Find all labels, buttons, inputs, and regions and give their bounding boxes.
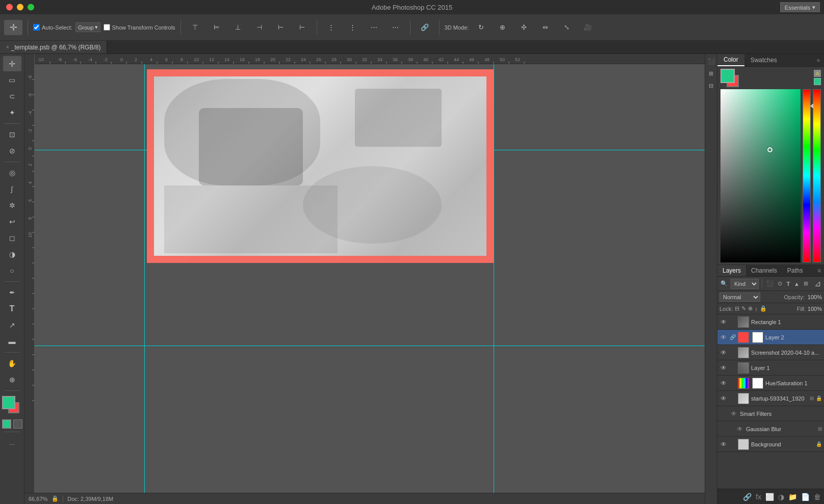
- maximize-button[interactable]: [28, 4, 34, 11]
- eyedropper-tool[interactable]: ⊘: [3, 143, 21, 158]
- lock-pixels-icon[interactable]: ⊟: [735, 305, 739, 312]
- distribute-r-icon[interactable]: ⋯: [387, 20, 405, 35]
- filter-kind-select[interactable]: Kind: [731, 279, 759, 289]
- align-bottom-icon[interactable]: ⊥: [229, 20, 247, 35]
- layer-visibility-icon[interactable]: 👁: [719, 333, 728, 341]
- fg-swatch[interactable]: [720, 69, 735, 83]
- minimize-button[interactable]: [17, 4, 23, 11]
- eraser-tool[interactable]: ◻: [3, 230, 21, 246]
- lock-position-icon[interactable]: ✎: [741, 305, 746, 312]
- layer-visibility-icon[interactable]: 👁: [719, 440, 728, 448]
- layer-item[interactable]: 👁 startup-593341_1920 ⊞ 🔒: [717, 391, 824, 406]
- layer-item[interactable]: 👁 Gaussian Blur ⊞: [717, 421, 824, 437]
- standard-mode-icon[interactable]: [2, 419, 11, 429]
- 3d-camera-icon[interactable]: 🎥: [579, 20, 597, 35]
- history-brush-tool[interactable]: ↩: [3, 214, 21, 229]
- hand-tool[interactable]: ✋: [3, 356, 21, 371]
- layer-link-icon[interactable]: 🔗: [730, 333, 736, 341]
- filter-pixel-icon[interactable]: ⬛: [765, 279, 775, 288]
- color-panel-icon[interactable]: ⬛: [706, 56, 716, 66]
- distribute-l-icon[interactable]: ⋯: [365, 20, 383, 35]
- gamut-color-icon[interactable]: [814, 78, 821, 85]
- auto-select-checkbox[interactable]: [33, 24, 40, 31]
- spectrum-bar[interactable]: [813, 89, 821, 262]
- link-layers-icon[interactable]: 🔗: [416, 20, 434, 35]
- align-horizontal-center-icon[interactable]: ⊢: [272, 20, 290, 35]
- move-tool[interactable]: ✛: [3, 56, 21, 71]
- layers-panel-menu-button[interactable]: ≡: [814, 265, 824, 276]
- hue-bar[interactable]: [803, 89, 811, 262]
- move-tool-icon[interactable]: ✛: [4, 20, 22, 35]
- clone-stamp-tool[interactable]: ✲: [3, 198, 21, 213]
- healing-brush-tool[interactable]: ◎: [3, 165, 21, 180]
- create-new-fill-button[interactable]: ◑: [778, 493, 784, 501]
- align-top-icon[interactable]: ⊤: [186, 20, 204, 35]
- gradient-tool[interactable]: ◑: [3, 247, 21, 262]
- essentials-button[interactable]: Essentials ▾: [780, 3, 820, 12]
- create-new-group-button[interactable]: 📁: [788, 493, 797, 501]
- auto-select-checkbox-item[interactable]: Auto-Select:: [33, 24, 72, 31]
- align-left-icon[interactable]: ⊣: [250, 20, 269, 35]
- canvas-container[interactable]: [35, 64, 705, 493]
- filter-toggle-icon[interactable]: ⊿: [813, 278, 822, 289]
- group-dropdown[interactable]: Group ▾: [75, 22, 100, 32]
- tab-close-icon[interactable]: ×: [6, 44, 9, 50]
- lasso-tool[interactable]: ⊂: [3, 89, 21, 104]
- filter-shape-icon[interactable]: ▲: [793, 280, 801, 288]
- swatches-tab[interactable]: Swatches: [744, 55, 783, 66]
- adjustment-icon[interactable]: ⊞: [706, 68, 716, 78]
- blend-mode-select[interactable]: Normal: [719, 293, 760, 302]
- layer-visibility-icon[interactable]: 👁: [736, 425, 744, 433]
- layer-item[interactable]: 👁 Screenshot 2020-04-10 a...: [717, 345, 824, 360]
- magic-wand-tool[interactable]: ✦: [3, 105, 21, 120]
- path-select-tool[interactable]: ↗: [3, 317, 21, 333]
- create-new-layer-button[interactable]: 📄: [801, 493, 810, 501]
- paths-tab[interactable]: Paths: [782, 265, 808, 276]
- delete-layer-button[interactable]: 🗑: [814, 493, 821, 501]
- show-transform-checkbox-item[interactable]: Show Transform Controls: [104, 24, 175, 31]
- extra-tools-icon[interactable]: …: [3, 435, 21, 450]
- 3d-rotate-icon[interactable]: ↻: [472, 20, 490, 35]
- 3d-slide-icon[interactable]: ⇔: [536, 20, 554, 35]
- filter-type-icon[interactable]: T: [785, 280, 791, 288]
- lock-all-icon[interactable]: ↕: [755, 306, 758, 312]
- layer-item[interactable]: 👁 Rectangle 1: [717, 314, 824, 330]
- layer-visibility-icon[interactable]: 👁: [719, 379, 728, 387]
- distribute-v-icon[interactable]: ⋮: [344, 20, 362, 35]
- layers-tab[interactable]: Layers: [717, 265, 746, 276]
- layer-item[interactable]: 👁 Background 🔒: [717, 437, 824, 452]
- layer-item[interactable]: 👁 Layer 1: [717, 360, 824, 376]
- filter-adjustment-icon[interactable]: ⊙: [777, 279, 783, 288]
- style-icon[interactable]: ⊟: [706, 81, 716, 91]
- filter-smart-icon[interactable]: ⊞: [803, 279, 809, 288]
- type-tool[interactable]: T: [3, 301, 21, 316]
- brush-tool[interactable]: ∫: [3, 181, 21, 197]
- out-of-gamut-warning-icon[interactable]: ⚠: [814, 70, 821, 77]
- selection-tool[interactable]: ▭: [3, 72, 21, 88]
- close-button[interactable]: [6, 4, 13, 11]
- distribute-h-icon[interactable]: ⋮: [322, 20, 341, 35]
- link-layers-button[interactable]: 🔗: [743, 493, 752, 501]
- quick-mask-icon[interactable]: [13, 419, 22, 429]
- layer-item[interactable]: 👁 Smart Filters: [717, 406, 824, 421]
- filter-search-icon[interactable]: 🔍: [719, 279, 729, 288]
- layer-visibility-icon[interactable]: 👁: [719, 364, 728, 372]
- zoom-tool[interactable]: ⊕: [3, 372, 21, 387]
- channels-tab[interactable]: Channels: [746, 265, 782, 276]
- align-vertical-center-icon[interactable]: ⊨: [208, 20, 226, 35]
- pen-tool[interactable]: ✒: [3, 285, 21, 300]
- shape-tool[interactable]: ▬: [3, 334, 21, 349]
- 3d-roll-icon[interactable]: ⊕: [493, 20, 511, 35]
- lock-artboard-icon[interactable]: ⊕: [748, 305, 753, 312]
- saturation-value-picker[interactable]: [720, 89, 801, 262]
- layer-visibility-icon[interactable]: 👁: [719, 349, 728, 357]
- add-effect-button[interactable]: fx: [756, 493, 761, 501]
- 3d-pan-icon[interactable]: ✣: [514, 20, 533, 35]
- add-mask-button[interactable]: ⬜: [765, 493, 774, 501]
- layer-visibility-icon[interactable]: 👁: [719, 394, 728, 403]
- document-tab[interactable]: × _template.psb @ 66,7% (RGB/8): [0, 41, 107, 54]
- crop-tool[interactable]: ⊡: [3, 127, 21, 142]
- layer-item[interactable]: 👁 Hue/Saturation 1: [717, 376, 824, 391]
- canvas-document[interactable]: [147, 69, 494, 263]
- layer-item[interactable]: 👁 🔗 Layer 2: [717, 330, 824, 345]
